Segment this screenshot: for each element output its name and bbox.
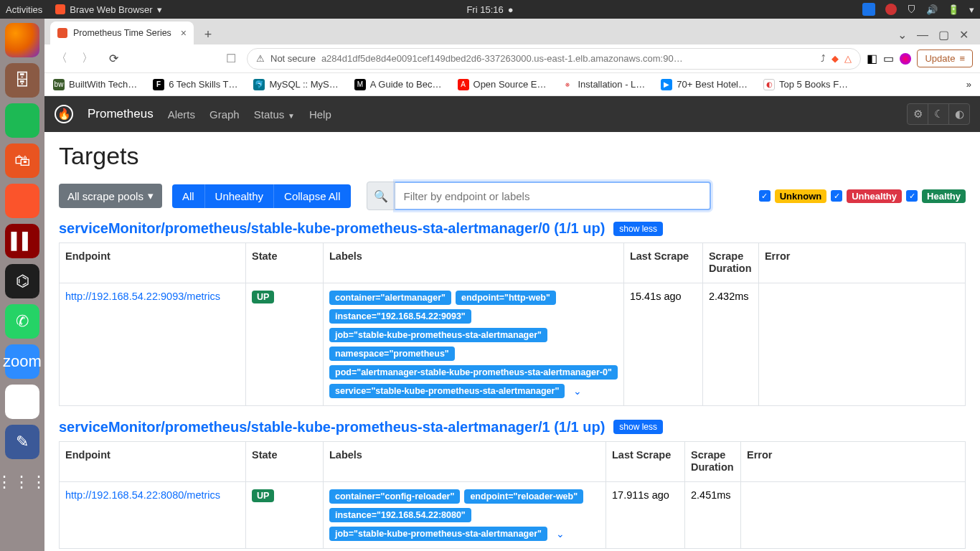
brave-rewards-icon[interactable]: △ (844, 53, 852, 64)
share-icon[interactable]: ⤴ (821, 53, 826, 64)
spotify-launcher[interactable] (5, 103, 39, 138)
nav-alerts[interactable]: Alerts (168, 108, 195, 121)
minimize-icon[interactable]: — (917, 29, 928, 42)
bookmark-item[interactable]: F6 Tech Skills T… (153, 79, 237, 90)
forward-button[interactable]: 〉 (77, 49, 98, 69)
bookmark-item[interactable]: ◐Top 5 Books F… (763, 79, 848, 90)
show-less-button[interactable]: show less (613, 420, 663, 434)
filter-all-button[interactable]: All (172, 184, 204, 208)
bookmark-item[interactable]: 🐬MySQL :: MyS… (253, 79, 338, 90)
search-icon: 🔍 (367, 182, 395, 210)
libreoffice-launcher[interactable]: ▦ (5, 385, 39, 419)
targets-table: Endpoint State Labels Last Scrape Scrape… (59, 441, 966, 549)
collapse-all-button[interactable]: Collapse All (273, 184, 350, 208)
scrape-pools-dropdown[interactable]: All scrape pools▾ (59, 184, 162, 208)
last-scrape-value: 15.41s ago (623, 283, 702, 405)
error-value (741, 481, 966, 548)
bookmark-item[interactable]: ⎈Installation - L… (562, 79, 645, 90)
firefox-launcher[interactable] (5, 23, 39, 57)
page-title: Targets (59, 142, 966, 170)
prometheus-favicon-icon (57, 28, 67, 38)
chevron-down-icon[interactable]: ▾ (969, 4, 974, 15)
target-label: instance="192.168.54.22:9093" (329, 309, 471, 324)
close-tab-icon[interactable]: × (181, 27, 187, 39)
reload-button[interactable]: ⟳ (103, 49, 123, 69)
terminal-launcher[interactable]: ▌▌ (5, 224, 39, 258)
sidebar-icon[interactable]: ◧ (867, 52, 877, 65)
chevron-down-icon: ▼ (286, 112, 295, 120)
desktop-top-bar: Activities Brave Web Browser ▾ Fri 15:16… (0, 0, 980, 19)
bookmark-item[interactable]: ▶70+ Best Hotel… (661, 79, 748, 90)
endpoint-link[interactable]: http://192.168.54.22:8080/metrics (65, 489, 220, 501)
target-label: pod="alertmanager-stable-kube-prometheus… (329, 365, 618, 380)
col-last-scrape: Last Scrape (623, 243, 702, 283)
browser-tab[interactable]: Prometheus Time Series × (50, 22, 194, 44)
address-bar[interactable]: ⚠ Not secure a284d1df5de8d4e0091cef149db… (247, 48, 861, 70)
app-launcher[interactable]: ✎ (5, 425, 39, 459)
maximize-icon[interactable]: ▢ (938, 28, 949, 42)
indicator-icon[interactable] (862, 3, 875, 16)
chevron-down-icon: ▾ (157, 4, 162, 15)
bookmark-icon[interactable]: ☐ (221, 49, 241, 69)
filter-unhealthy-button[interactable]: Unhealthy (204, 184, 274, 208)
unhealthy-checkbox[interactable]: ✓ (831, 190, 842, 202)
activities-label[interactable]: Activities (6, 4, 42, 15)
files-launcher[interactable]: 🗄 (5, 63, 39, 98)
col-error: Error (741, 441, 966, 481)
target-row: http://192.168.54.22:8080/metrics UP con… (60, 481, 966, 548)
wallet-icon[interactable]: ▭ (883, 52, 894, 65)
target-label: endpoint="reloader-web" (464, 489, 583, 504)
healthy-badge: Healthy (922, 189, 966, 203)
brand-label[interactable]: Prometheus (88, 107, 154, 121)
expand-labels-icon[interactable]: ⌄ (552, 528, 569, 540)
brave-launcher[interactable] (5, 184, 39, 218)
clock[interactable]: Fri 15:16 ● (466, 4, 513, 15)
targets-table: Endpoint State Labels Last Scrape Scrape… (59, 242, 966, 406)
expand-labels-icon[interactable]: ⌄ (569, 385, 586, 397)
target-label: service="stable-kube-prometheus-sta-aler… (329, 384, 565, 398)
back-button[interactable]: 〈 (52, 49, 72, 69)
show-less-button[interactable]: show less (613, 222, 663, 236)
zoom-launcher[interactable]: zoom (5, 344, 39, 379)
battery-icon[interactable]: 🔋 (948, 4, 959, 15)
endpoint-link[interactable]: http://192.168.54.22:9093/metrics (65, 291, 220, 302)
healthy-checkbox[interactable]: ✓ (906, 190, 918, 202)
group-title-link[interactable]: serviceMonitor/prometheus/stable-kube-pr… (59, 220, 605, 237)
filter-input[interactable] (395, 182, 711, 210)
bookmarks-overflow-icon[interactable]: » (966, 79, 971, 90)
unknown-badge: Unknown (775, 189, 827, 203)
group-title-link[interactable]: serviceMonitor/prometheus/stable-kube-pr… (59, 419, 605, 435)
brave-shield-icon[interactable]: ◆ (831, 53, 839, 64)
unknown-checkbox[interactable]: ✓ (759, 190, 771, 202)
target-label: namespace="prometheus" (329, 347, 455, 361)
profile-icon[interactable] (900, 53, 911, 65)
vscode-launcher[interactable]: ⌬ (5, 264, 39, 298)
not-secure-label: Not secure (270, 53, 316, 64)
unhealthy-badge: Unhealthy (847, 189, 902, 203)
nav-status[interactable]: Status ▼ (254, 108, 295, 121)
volume-icon[interactable]: 🔊 (926, 4, 938, 15)
moon-icon[interactable]: ☾ (928, 103, 949, 125)
new-tab-button[interactable]: + (198, 24, 218, 44)
software-launcher[interactable]: 🛍 (5, 143, 39, 178)
wifi-icon[interactable]: ⛉ (907, 4, 916, 15)
active-app-menu[interactable]: Brave Web Browser ▾ (55, 4, 161, 15)
contrast-icon[interactable]: ◐ (948, 103, 970, 125)
nav-graph[interactable]: Graph (209, 108, 240, 121)
bookmark-item[interactable]: AOpen Source E… (458, 79, 547, 90)
close-window-icon[interactable]: ✕ (959, 28, 969, 42)
whatsapp-launcher[interactable]: ✆ (5, 304, 39, 339)
browser-toolbar: 〈 〉 ⟳ ☐ ⚠ Not secure a284d1df5de8d4e0091… (44, 44, 980, 73)
no-entry-icon[interactable] (885, 4, 897, 15)
update-button[interactable]: Update ≡ (917, 50, 973, 67)
chevron-down-icon: ▾ (148, 189, 154, 202)
page-content: Targets All scrape pools▾ All Unhealthy … (44, 132, 980, 551)
tab-search-icon[interactable]: ⌄ (897, 28, 907, 42)
nav-help[interactable]: Help (309, 108, 331, 121)
show-apps-button[interactable]: ⋮⋮⋮ (5, 465, 39, 499)
bookmark-item[interactable]: bwBuiltWith Tech… (53, 79, 137, 90)
url-text: a284d1df5de8d4e0091cef149dbed2d6-3372630… (321, 53, 816, 64)
settings-icon[interactable]: ⚙ (907, 103, 928, 125)
bookmark-item[interactable]: MA Guide to Bec… (354, 79, 442, 90)
target-label: container="alertmanager" (329, 291, 451, 305)
